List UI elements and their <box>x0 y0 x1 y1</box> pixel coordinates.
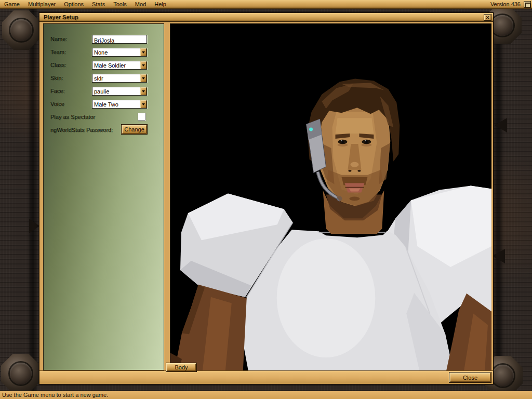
team-dropdown-button[interactable] <box>140 48 147 56</box>
metal-spike-icon <box>493 249 505 263</box>
window-titlebar: Player Setup <box>39 13 493 22</box>
player-form-panel: Name: Team: None Class: Male Soldier <box>43 23 164 370</box>
class-label: Class: <box>50 61 66 70</box>
player-model-preview <box>170 24 491 370</box>
chevron-down-icon <box>142 77 145 79</box>
face-label: Face: <box>50 87 65 96</box>
chevron-down-icon <box>142 51 145 54</box>
skin-select[interactable]: sldr <box>92 74 147 83</box>
name-input[interactable] <box>92 37 147 45</box>
tab-body[interactable]: Body <box>166 363 196 371</box>
team-row: Team: None <box>44 48 165 57</box>
metal-spike-icon <box>29 219 39 233</box>
spectator-row: Play as Spectator <box>44 113 165 122</box>
voice-label: Voice <box>50 100 64 109</box>
change-password-button[interactable]: Change <box>122 125 147 134</box>
chevron-down-icon <box>142 103 145 105</box>
password-row: ngWorldStats Password: Change <box>44 126 165 135</box>
close-button[interactable]: Close <box>449 373 491 382</box>
close-icon[interactable]: ✕ <box>484 14 491 21</box>
spectator-checkbox[interactable] <box>138 113 145 121</box>
face-value: paulie <box>94 88 139 95</box>
status-text: Use the Game menu to start a new game. <box>2 392 108 398</box>
team-label: Team: <box>50 48 66 57</box>
model-preview-area <box>170 23 491 370</box>
metal-seam-left <box>27 9 38 391</box>
class-row: Class: Male Soldier <box>44 61 165 70</box>
menu-help[interactable]: Help <box>150 1 170 8</box>
menu-game[interactable]: Game <box>0 1 24 8</box>
name-row: Name: <box>44 35 165 44</box>
player-setup-window: Player Setup ✕ Name: Team: None <box>39 12 494 384</box>
voice-dropdown-button[interactable] <box>140 100 147 108</box>
face-dropdown-button[interactable] <box>140 87 147 95</box>
class-dropdown-button[interactable] <box>140 61 147 69</box>
status-bar: Use the Game menu to start a new game. <box>0 391 532 399</box>
chevron-down-icon <box>142 90 145 92</box>
password-label: ngWorldStats Password: <box>50 126 113 135</box>
menu-options[interactable]: Options <box>60 1 88 8</box>
menu-mod[interactable]: Mod <box>131 1 150 8</box>
metal-seam-right <box>493 9 504 391</box>
skin-row: Skin: sldr <box>44 74 165 83</box>
menu-tools[interactable]: Tools <box>109 1 131 8</box>
voice-value: Male Two <box>94 101 139 108</box>
face-row: Face: paulie <box>44 87 165 96</box>
team-select[interactable]: None <box>92 48 147 57</box>
skin-dropdown-button[interactable] <box>140 74 147 82</box>
voice-row: Voice Male Two <box>44 100 165 109</box>
skin-label: Skin: <box>50 74 63 83</box>
name-label: Name: <box>50 35 67 44</box>
window-title: Player Setup <box>39 14 78 20</box>
skin-value: sldr <box>94 75 139 82</box>
voice-select[interactable]: Male Two <box>92 100 147 109</box>
window-content: Name: Team: None Class: Male Soldier <box>39 22 493 370</box>
menu-bar: Game Multiplayer Options Stats Tools Mod… <box>0 0 532 9</box>
version-label: Version 436 <box>490 1 524 7</box>
name-field-wrap <box>92 35 147 44</box>
team-value: None <box>94 49 139 56</box>
chevron-down-icon <box>142 64 145 66</box>
spectator-label: Play as Spectator <box>50 113 95 122</box>
menu-multiplayer[interactable]: Multiplayer <box>24 1 60 8</box>
metal-spike-icon <box>495 118 507 132</box>
screen: Game Multiplayer Options Stats Tools Mod… <box>0 0 532 399</box>
window-restore-icon[interactable] <box>524 1 531 8</box>
bolt-bottom-left-icon <box>1 354 41 393</box>
class-value: Male Soldier <box>94 62 139 69</box>
class-select[interactable]: Male Soldier <box>92 61 147 70</box>
face-select[interactable]: paulie <box>92 87 147 96</box>
menu-stats[interactable]: Stats <box>88 1 109 8</box>
window-bottom-bar: Close <box>39 370 493 384</box>
